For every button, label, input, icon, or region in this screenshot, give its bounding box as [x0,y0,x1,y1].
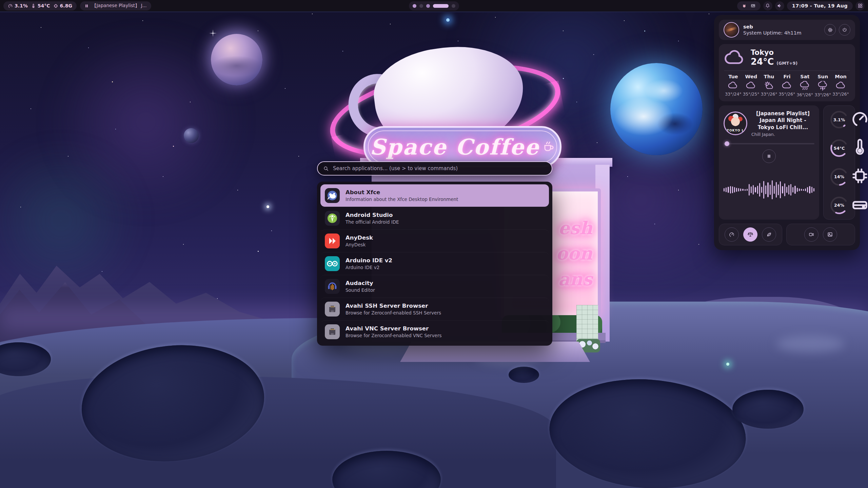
image-tray-icon[interactable] [750,3,756,9]
media-pill[interactable]: 【Japanese Playlist】 J... [80,1,151,11]
waveform-bar [763,181,764,199]
chip-icon [53,3,58,8]
balanced-mode-button[interactable] [743,227,757,242]
control-sidebar: seb System Uptime: 4h11m [714,15,860,250]
waveform-bar [797,188,798,192]
app-texts: Avahi SSH Server Browser Browse for Zero… [346,303,441,316]
forecast-day-label: Wed [745,74,757,79]
app-description: Sound Editor [346,287,375,293]
topbar-left: 3.1% 54°C 6.8G [3,1,151,11]
forecast-day: Mon 33°/26° [832,74,850,97]
waveform-bar [782,186,783,194]
gear-icon [827,27,833,33]
waveform-bar [786,187,787,193]
app-title: Avahi SSH Server Browser [346,303,441,309]
app-list-item[interactable]: Android Studio The official Android IDE [320,207,549,229]
app-title: Avahi VNC Server Browser [346,325,441,332]
gauge-value: 54°C [829,138,849,158]
power-button[interactable] [839,24,850,36]
tray-app-icon[interactable] [742,3,747,8]
weather-condition-icon [782,81,792,90]
pause-button[interactable] [762,149,776,163]
seek-slider[interactable] [724,141,814,146]
user-card: seb System Uptime: 4h11m [719,20,855,40]
waveform-bar [742,189,743,191]
waveform-bar [778,184,779,195]
system-stats-pill[interactable]: 3.1% 54°C 6.8G [3,1,77,11]
waveform-bar [755,187,756,192]
search-bar[interactable] [317,161,552,176]
waveform-bar [788,185,789,195]
workspace-dot[interactable] [413,4,416,8]
waveform-bar [738,188,739,191]
waveform-bar [803,189,804,191]
app-list-item[interactable]: AnyDesk AnyDesk [320,229,549,252]
topbar-right: 17:09 - Tue, 19 Aug [737,1,865,11]
track-subtitle: Chill Japan. [751,132,814,137]
search-icon [323,166,329,171]
settings-button[interactable] [824,24,836,36]
forecast-day-label: Fri [783,74,790,79]
waveform-bar [805,188,806,191]
powersave-mode-button[interactable] [762,227,776,242]
weather-condition-icon [728,81,738,90]
seek-thumb[interactable] [725,141,729,146]
performance-mode-button[interactable] [725,227,739,242]
weather-widget: Tokyo 24°C (GMT+9) Tue 33°/24° Wed [719,44,855,101]
sparkle-star [209,29,217,37]
bell-icon [765,3,770,8]
waveform-bar [801,189,802,191]
weather-timezone: (GMT+9) [776,61,797,66]
app-title: Android Studio [346,212,399,218]
waveform-bar [749,184,750,196]
app-description: Information about the Xfce Desktop Envir… [346,197,458,202]
app-description: AnyDesk [346,242,373,247]
waveform-bar [736,188,737,192]
waveform-bar [757,186,758,194]
app-description: Browse for Zeroconf-enabled VNC Servers [346,333,441,338]
app-texts: Arduino IDE v2 Arduino IDE v2 [346,257,392,270]
waveform-bar [811,187,812,193]
app-texts: Avahi VNC Server Browser Browse for Zero… [346,325,441,338]
uptime-label: System Uptime: 4h11m [743,30,802,36]
cpu-stat: 3.1% [8,3,28,8]
app-list-item[interactable]: Avahi SSH Server Browser Browse for Zero… [320,298,549,320]
power-icon [842,27,847,33]
gauge: 24% [829,196,849,215]
waveform-bar [765,185,766,194]
workspace-dot[interactable] [419,4,423,8]
volume-button[interactable] [775,1,784,11]
track-title: 【Japanese Playlist】 Japan All Night - To… [751,110,814,131]
workspace-dot[interactable] [452,4,455,8]
app-grid-button[interactable] [855,1,865,11]
app-list-item[interactable]: Arduino IDE v2 Arduino IDE v2 [320,252,549,275]
wallpaper-button[interactable] [823,227,837,242]
thermometer-icon [31,3,36,8]
forecast-day: Thu 33°/26° [760,74,778,97]
waveform-bar [776,182,777,198]
forecast-day-label: Mon [835,74,847,79]
notifications-button[interactable] [763,1,772,11]
app-list-item[interactable]: Audacity Sound Editor [320,275,549,298]
waveform-bar [747,189,748,191]
workspace-dot[interactable] [433,4,449,8]
waveform-bar [745,189,746,191]
weather-condition-icon [746,81,756,90]
temp-stat: 54°C [31,3,50,8]
clock[interactable]: 17:09 - Tue, 19 Aug [787,1,853,11]
speedometer-icon [8,3,13,8]
app-list-item[interactable]: About Xfce Information about the Xfce De… [320,184,549,207]
app-list-item[interactable]: Avahi VNC Server Browser Browse for Zero… [320,320,549,343]
workspace-dot[interactable] [426,4,430,8]
workspace-switcher [409,1,459,11]
quick-settings-row [719,224,855,245]
waveform-bar [753,185,754,195]
weather-header: Tokyo 24°C (GMT+9) [724,49,850,67]
app-icon [324,301,340,317]
sidebar-middle-row: TOKYO L 【Japanese Playlist】 Japan All Ni… [719,105,855,220]
screen-record-button[interactable] [804,227,818,242]
forecast-temps: 35°/25° [743,92,760,97]
window-neon-text: esh [558,215,592,241]
clock-label: 17:09 - Tue, 19 Aug [792,3,848,8]
search-input[interactable] [332,165,546,172]
